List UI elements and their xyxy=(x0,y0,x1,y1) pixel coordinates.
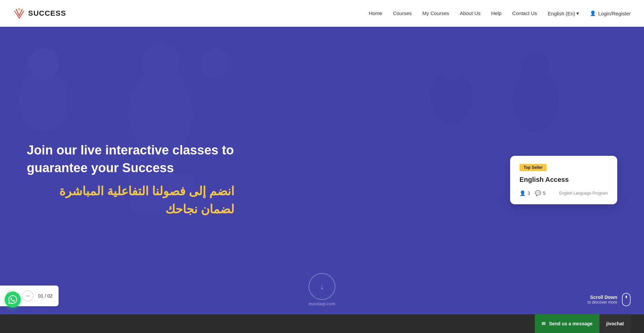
navbar: SUCCESS Home Courses My Courses About Us… xyxy=(0,0,644,27)
students-count: 3 xyxy=(528,191,530,196)
course-stats: 👤 3 💬 5 xyxy=(519,190,546,196)
nav-home[interactable]: Home xyxy=(369,10,382,16)
login-register-link[interactable]: 👤 Login/Register xyxy=(590,10,631,16)
scroll-sub: to discover more xyxy=(587,300,617,305)
logo[interactable]: SUCCESS xyxy=(13,7,66,20)
down-arrow-icon: ↓ xyxy=(320,282,324,291)
send-message-label: Send us a message xyxy=(549,321,592,326)
nav-my-courses[interactable]: My Courses xyxy=(422,10,449,16)
jivochat-label: jivochat xyxy=(606,321,624,326)
jivochat-button[interactable]: jivochat xyxy=(599,314,631,333)
watermark-text: mostaql.com xyxy=(309,301,335,306)
user-icon: 👤 xyxy=(590,10,596,16)
scroll-down: Scroll Down to discover more xyxy=(587,293,631,306)
whatsapp-icon xyxy=(8,295,17,304)
hero-section: Join our live interactive classes to gua… xyxy=(0,0,644,333)
nav-help[interactable]: Help xyxy=(491,10,502,16)
watermark-circle: ↓ xyxy=(309,273,335,300)
hero-heading-en: Join our live interactive classes to gua… xyxy=(27,141,234,177)
scroll-mouse-icon xyxy=(622,293,631,306)
course-meta: 👤 3 💬 5 English Language Program xyxy=(519,190,608,196)
comments-icon: 💬 xyxy=(535,190,541,196)
slide-current: 01 xyxy=(38,293,44,299)
hero-heading-ar: انضم إلى فصولنا التفاعلية المباشرة لضمان… xyxy=(27,182,234,218)
course-card[interactable]: Top Seller English Access 👤 3 💬 5 Englis… xyxy=(510,156,617,204)
scroll-text: Scroll Down to discover more xyxy=(587,295,617,305)
students-icon: 👤 xyxy=(519,190,526,196)
scroll-dot xyxy=(626,296,627,298)
slide-total: 02 xyxy=(47,293,53,299)
scroll-main: Scroll Down xyxy=(587,295,617,300)
nav-about[interactable]: About Us xyxy=(460,10,481,16)
top-seller-badge: Top Seller xyxy=(519,164,547,171)
next-slide-button[interactable]: → xyxy=(22,290,33,302)
logo-icon xyxy=(13,7,26,20)
students-stat: 👤 3 xyxy=(519,190,530,196)
send-message-button[interactable]: ✉ Send us a message xyxy=(535,314,599,333)
language-selector[interactable]: English (En) ▾ xyxy=(548,10,579,16)
nav-courses[interactable]: Courses xyxy=(393,10,412,16)
chevron-down-icon: ▾ xyxy=(576,10,579,16)
comments-count: 5 xyxy=(543,191,546,196)
arrow-right-icon: → xyxy=(25,293,30,299)
whatsapp-button[interactable] xyxy=(5,292,21,308)
comments-stat: 💬 5 xyxy=(535,190,546,196)
hero-content: Join our live interactive classes to gua… xyxy=(0,141,644,218)
slide-counter: 01 / 02 xyxy=(38,293,53,299)
course-program: English Language Program xyxy=(559,191,608,196)
watermark: ↓ mostaql.com xyxy=(309,273,335,306)
bottom-bar: ✉ Send us a message jivochat xyxy=(0,314,644,333)
envelope-icon: ✉ xyxy=(542,321,546,326)
course-title: English Access xyxy=(519,176,608,184)
brand-name: SUCCESS xyxy=(28,9,66,18)
hero-text: Join our live interactive classes to gua… xyxy=(27,141,234,218)
nav-contact[interactable]: Contact Us xyxy=(512,10,537,16)
nav-links: Home Courses My Courses About Us Help Co… xyxy=(369,10,631,16)
